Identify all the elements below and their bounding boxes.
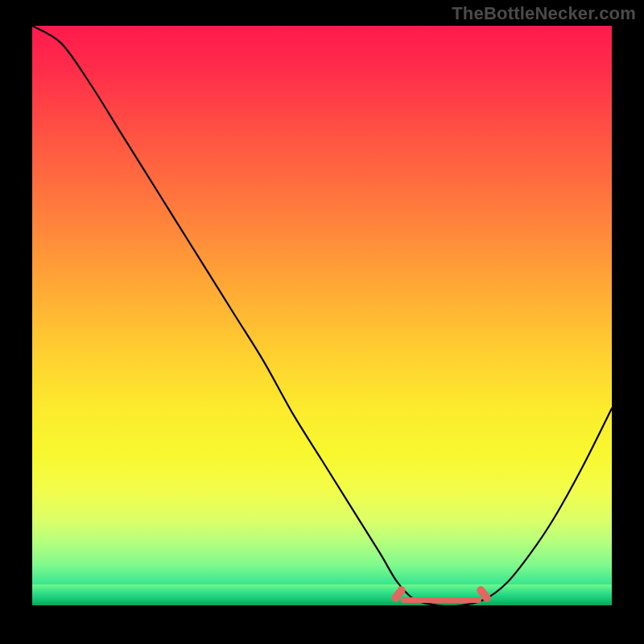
- optimal-range-marker: [401, 597, 481, 603]
- watermark-text: TheBottleNecker.com: [452, 3, 636, 24]
- bottleneck-curve: [32, 26, 612, 605]
- plot-area: [32, 26, 612, 605]
- bottleneck-curve-path: [32, 26, 612, 605]
- chart-frame: TheBottleNecker.com: [0, 0, 644, 644]
